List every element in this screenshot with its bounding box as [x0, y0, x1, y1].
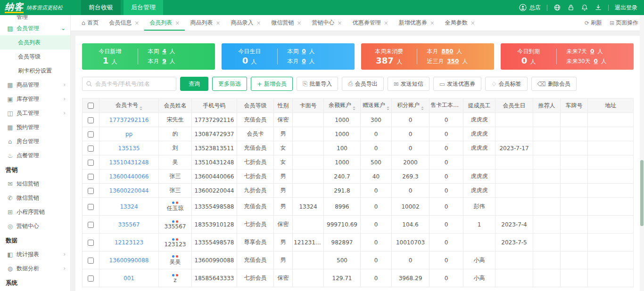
close-icon[interactable]: × [256, 20, 261, 26]
sort-icon[interactable] [421, 106, 424, 110]
query-button[interactable]: 查询 [180, 77, 208, 91]
column-header[interactable]: 地址 [588, 98, 634, 113]
close-icon[interactable]: × [297, 20, 302, 26]
row-checkbox[interactable] [88, 222, 94, 228]
sidebar-item[interactable]: ◍数据分析› [0, 261, 70, 275]
globe-icon[interactable] [553, 4, 561, 11]
page-scrollbar[interactable] [640, 15, 644, 291]
tab-item[interactable]: 营销中心× [307, 15, 347, 31]
tab-item[interactable]: 新增优惠券× [394, 15, 440, 31]
sort-icon[interactable] [387, 106, 389, 110]
store-user[interactable]: 总店 [519, 4, 541, 12]
row-checkbox[interactable] [88, 160, 94, 166]
close-icon[interactable]: × [338, 20, 342, 26]
sidebar-item[interactable]: ⊞小程序营销 [0, 205, 70, 219]
sidebar-item[interactable]: ⌂房台管理 [0, 134, 70, 148]
member-tag-button[interactable]: ♢会员标签 [485, 77, 528, 91]
sidebar-subitem[interactable]: 会员列表 [0, 35, 70, 49]
member-card-link[interactable]: 12123123 [115, 239, 143, 246]
sidebar-item[interactable]: ✉短信营销 [0, 177, 70, 191]
close-icon[interactable]: × [215, 20, 220, 26]
row-checkbox[interactable] [88, 204, 94, 210]
delete-member-button[interactable]: ⌫删除会员 [531, 77, 577, 91]
row-checkbox[interactable] [88, 188, 94, 194]
row-checkbox[interactable] [88, 146, 94, 152]
column-header[interactable]: 赠送账户 [361, 98, 392, 113]
tab-item[interactable]: 优惠券管理× [347, 15, 394, 31]
member-card-link[interactable]: 13600220044 [109, 187, 149, 194]
refresh-button[interactable]: ⟳刷新 [585, 19, 602, 27]
sidebar-item[interactable]: 管理 [0, 15, 70, 21]
sidebar-item[interactable]: ▤会员管理⌄ [0, 21, 70, 35]
column-header[interactable]: 车牌号 [561, 98, 588, 113]
page-operations-button[interactable]: ⊞页面操作 [610, 19, 638, 27]
tab-active[interactable]: 会员列表× [144, 15, 185, 31]
row-checkbox[interactable] [88, 240, 94, 246]
column-header[interactable]: 会员卡号 [99, 98, 159, 113]
tab-item[interactable]: 商品录入× [225, 15, 266, 31]
column-header[interactable]: 积分账户 [392, 98, 429, 113]
close-icon[interactable]: × [175, 20, 180, 26]
member-card-link[interactable]: 13510431248 [109, 159, 149, 166]
sidebar-item[interactable]: ♨点餐管理 [0, 148, 70, 162]
column-header[interactable]: 会员生日 [495, 98, 533, 113]
sidebar-item[interactable]: ◎营销中心 [0, 219, 70, 233]
scrollbar-thumb[interactable] [640, 160, 644, 226]
member-card-link[interactable]: 13324 [120, 203, 138, 210]
tab-item[interactable]: 微信营销× [266, 15, 307, 31]
lock-icon[interactable] [567, 4, 575, 11]
download-icon[interactable] [594, 4, 602, 11]
column-header[interactable]: 推荐人 [533, 98, 561, 113]
close-icon[interactable]: × [430, 20, 435, 26]
sidebar-item[interactable]: ✆微信营销 [0, 191, 70, 205]
tab-item[interactable]: 会员信息× [104, 15, 144, 31]
row-checkbox[interactable] [88, 275, 94, 282]
send-coupon-button[interactable]: ▭发送优惠券 [433, 77, 481, 91]
member-card-link[interactable]: 13600990088 [109, 257, 149, 264]
column-header[interactable]: 余额账户 [324, 98, 361, 113]
sidebar-item[interactable]: ◧统计报表› [0, 247, 70, 261]
tab-item[interactable]: 商品列表× [185, 15, 225, 31]
bell-icon[interactable] [581, 4, 588, 11]
row-checkbox[interactable] [88, 131, 94, 137]
member-card-link[interactable]: 13600440066 [109, 173, 149, 180]
add-member-button[interactable]: +新增会员 [251, 77, 293, 91]
member-card-link[interactable]: 001 [124, 275, 134, 282]
back-office-button[interactable]: 后台管理 [124, 0, 163, 15]
column-header[interactable]: 售卡工本费... [429, 98, 463, 113]
column-header[interactable]: 卡面号 [293, 98, 324, 113]
close-icon[interactable]: × [471, 20, 475, 26]
logout-button[interactable]: 退出登录 [615, 4, 637, 12]
row-checkbox[interactable] [88, 258, 94, 264]
search-input[interactable] [82, 77, 176, 91]
close-icon[interactable]: × [384, 20, 388, 26]
member-card-link[interactable]: 335567 [118, 221, 140, 228]
sidebar-item[interactable]: ▣库存管理› [0, 92, 70, 106]
member-export-button[interactable]: ⎙会员导出 [342, 77, 383, 91]
member-card-link[interactable]: 17737292116 [109, 117, 149, 123]
member-card-link[interactable]: pp [125, 131, 132, 137]
member-card-link[interactable]: 135135 [118, 145, 140, 152]
front-desk-button[interactable]: 前台收银 [81, 0, 121, 15]
column-header[interactable]: 会员姓名 [159, 98, 192, 113]
column-header[interactable]: 性别 [274, 98, 293, 113]
column-header[interactable]: 提成员工 [463, 98, 495, 113]
select-all-checkbox[interactable] [88, 103, 94, 109]
sort-icon[interactable] [140, 106, 142, 110]
column-header[interactable]: 手机号码 [192, 98, 237, 113]
more-filter-button[interactable]: 更多筛选 [212, 77, 247, 91]
column-header[interactable]: 会员等级 [237, 98, 274, 113]
row-checkbox[interactable] [88, 117, 94, 123]
batch-import-button[interactable]: ⎘批量导入 [297, 77, 338, 91]
sidebar-item[interactable]: ◫员工管理› [0, 106, 70, 120]
sidebar-item[interactable]: ▦预约管理 [0, 120, 70, 134]
close-icon[interactable]: × [134, 20, 139, 26]
tab-item[interactable]: ⌂首页 [76, 15, 104, 31]
sidebar-subitem[interactable]: 会员等级 [0, 49, 70, 64]
sidebar-item[interactable]: ▦商品管理› [0, 78, 70, 92]
tab-item[interactable]: 全局参数× [440, 15, 480, 31]
sort-icon[interactable] [353, 106, 355, 110]
sidebar-subitem[interactable]: 刷卡积分设置 [0, 64, 70, 78]
row-checkbox[interactable] [88, 174, 94, 180]
send-sms-button[interactable]: ✉发送短信 [388, 77, 429, 91]
